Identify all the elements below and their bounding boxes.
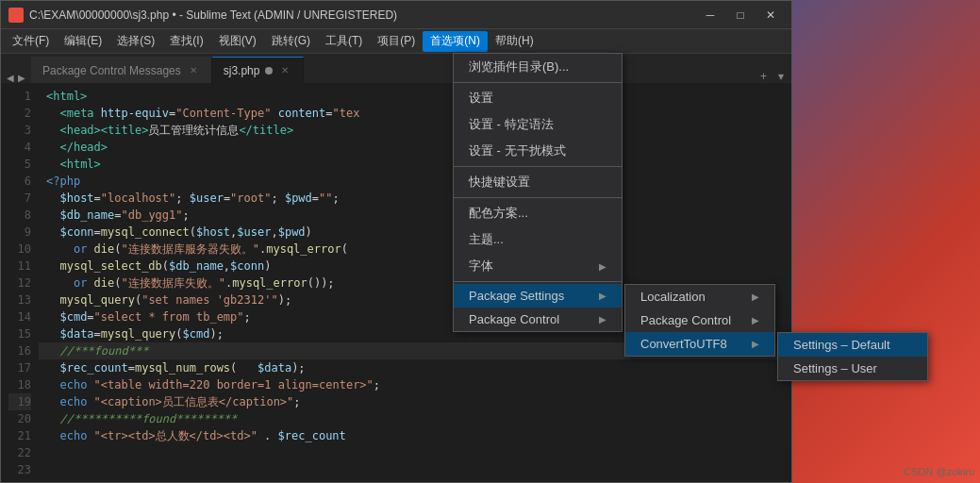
minimize-button[interactable]: ─: [697, 6, 723, 25]
tab-list-button[interactable]: ▾: [774, 70, 788, 83]
tab-prev-button[interactable]: ◀: [5, 73, 16, 83]
menu-keybindings[interactable]: 快捷键设置: [454, 169, 622, 195]
sep4: [454, 281, 622, 282]
preferences-dropdown: 浏览插件目录(B)... 设置 设置 - 特定语法 设置 - 无干扰模式 快捷键…: [453, 53, 623, 332]
code-line-2: <meta http-equiv="Content-Type" content=…: [39, 105, 791, 122]
pkg-ctrl-arrow: ▶: [752, 315, 759, 325]
menu-view[interactable]: 视图(V): [211, 31, 264, 52]
code-line-9: $db_name="db_ygg1";: [39, 207, 791, 224]
code-line-8: $host="localhost"; $user="root"; $pwd=""…: [39, 190, 791, 207]
menu-edit[interactable]: 编辑(E): [57, 31, 109, 52]
code-line-3: <head><title>员工管理统计信息</title>: [39, 122, 791, 139]
menu-color-scheme[interactable]: 配色方案...: [454, 200, 622, 226]
menu-settings-distraction[interactable]: 设置 - 无干扰模式: [454, 138, 622, 164]
menu-find[interactable]: 查找(I): [162, 31, 210, 52]
sublime-text-window: C:\EXAM\00000000\sj3.php • - Sublime Tex…: [0, 0, 792, 483]
submenu-converttoutf8[interactable]: ConvertToUTF8 ▶ Settings – Default Setti…: [625, 332, 774, 356]
app-icon: [8, 8, 24, 23]
code-line-10: $conn=mysql_connect($host,$user,$pwd): [39, 224, 791, 241]
tab-next-button[interactable]: ▶: [16, 73, 27, 83]
pkg-ctrl-main-arrow: ▶: [599, 314, 606, 325]
window-title: C:\EXAM\00000000\sj3.php • - Sublime Tex…: [29, 8, 697, 22]
font-arrow: ▶: [599, 261, 606, 272]
menubar: 文件(F) 编辑(E) 选择(S) 查找(I) 视图(V) 跳转(G) 工具(T…: [1, 29, 791, 54]
tab-nav: ◀ ▶: [5, 73, 27, 83]
code-line-22: echo "<caption>员工信息表</caption>";: [39, 393, 791, 410]
sep1: [454, 82, 622, 83]
tab-pkg-control-close[interactable]: ✕: [187, 64, 200, 77]
tab-actions: + ▾: [756, 70, 788, 83]
code-line-24: echo "<tr><td>总人数</td><td>" . $rec_count: [39, 427, 791, 444]
code-line-12: mysql_select_db($db_name,$conn): [39, 258, 791, 275]
line-numbers: 12345 678910 1112131415 1617181920 21222…: [1, 84, 39, 482]
code-line-7: <?php: [39, 173, 791, 190]
window-controls: ─ □ ✕: [697, 6, 784, 25]
settings-user-item[interactable]: Settings – User: [778, 357, 927, 380]
converttoutf8-arrow: ▶: [752, 339, 759, 349]
new-tab-button[interactable]: +: [756, 70, 771, 83]
menu-file[interactable]: 文件(F): [5, 31, 57, 52]
sep3: [454, 197, 622, 198]
pkg-settings-arrow: ▶: [599, 291, 606, 301]
package-settings-submenu: Localization ▶ Package Control ▶ Convert…: [624, 284, 775, 357]
submenu-package-control[interactable]: Package Control ▶: [625, 308, 774, 332]
localization-arrow: ▶: [752, 291, 759, 302]
code-line-11: or die("连接数据库服务器失败。".mysql_error(: [39, 241, 791, 258]
code-lines[interactable]: <html> <meta http-equiv="Content-Type" c…: [39, 84, 791, 482]
tabbar: ◀ ▶ Package Control Messages ✕ sj3.php ✕…: [1, 54, 791, 84]
menu-package-settings[interactable]: Package Settings ▶ Localization ▶ Packag…: [454, 284, 622, 308]
menu-help[interactable]: 帮助(H): [488, 31, 541, 52]
menu-project[interactable]: 项目(P): [370, 31, 423, 52]
code-line-23: //**********found*********: [39, 410, 791, 427]
menu-settings[interactable]: 设置: [454, 85, 622, 111]
tab-pkg-control-label: Package Control Messages: [42, 64, 181, 77]
dropdown-overlay: 浏览插件目录(B)... 设置 设置 - 特定语法 设置 - 无干扰模式 快捷键…: [453, 53, 623, 332]
code-line-20: $rec_count=mysql_num_rows( $data);: [39, 359, 791, 376]
code-line-1: <html>: [39, 88, 791, 105]
code-line-21: echo "<table width=220 border=1 align=ce…: [39, 376, 791, 393]
tab-modified-indicator: [265, 67, 273, 75]
menu-theme[interactable]: 主题...: [454, 226, 622, 253]
tab-pkg-control[interactable]: Package Control Messages ✕: [31, 57, 212, 83]
watermark: CSDN @zokiru: [904, 466, 974, 477]
menu-package-control[interactable]: Package Control ▶: [454, 308, 622, 331]
settings-default-item[interactable]: Settings – Default: [778, 333, 927, 357]
code-editor[interactable]: 12345 678910 1112131415 1617181920 21222…: [1, 84, 791, 482]
menu-goto[interactable]: 跳转(G): [264, 31, 318, 52]
menu-selection[interactable]: 选择(S): [109, 31, 162, 52]
menu-settings-syntax[interactable]: 设置 - 特定语法: [454, 111, 622, 138]
sep2: [454, 166, 622, 167]
menu-browse-packages[interactable]: 浏览插件目录(B)...: [454, 54, 622, 80]
menu-preferences[interactable]: 首选项(N): [423, 31, 488, 52]
submenu-localization[interactable]: Localization ▶: [625, 285, 774, 308]
converttoutf8-submenu: Settings – Default Settings – User: [777, 332, 928, 381]
code-line-4: </head>: [39, 139, 791, 156]
titlebar: C:\EXAM\00000000\sj3.php • - Sublime Tex…: [1, 1, 791, 29]
tab-sj3-label: sj3.php: [224, 64, 260, 77]
code-line-5: <html>: [39, 156, 791, 173]
menu-font[interactable]: 字体 ▶: [454, 253, 622, 279]
tab-sj3-close[interactable]: ✕: [278, 64, 291, 77]
close-button[interactable]: ✕: [757, 6, 784, 25]
browse-packages-label: 浏览插件目录(B)...: [469, 58, 569, 75]
menu-tools[interactable]: 工具(T): [318, 31, 370, 52]
tab-sj3[interactable]: sj3.php ✕: [212, 57, 305, 83]
maximize-button[interactable]: □: [727, 6, 754, 25]
